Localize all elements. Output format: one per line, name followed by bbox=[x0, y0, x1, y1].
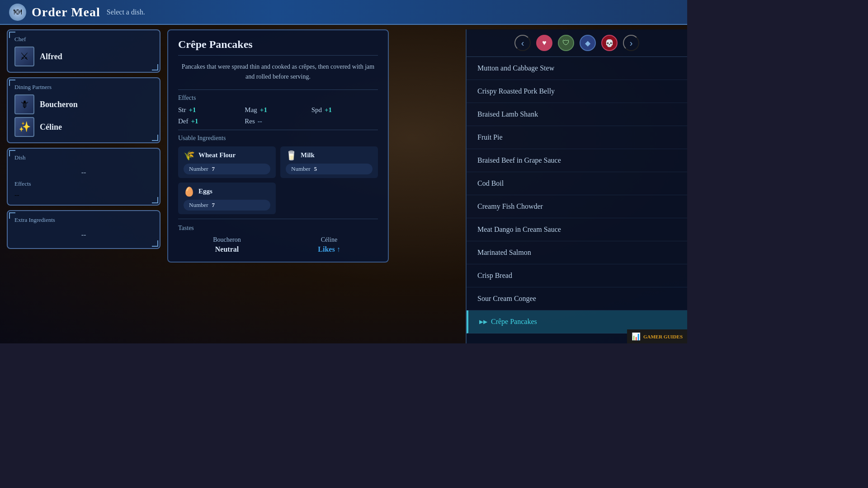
effect-spd: Spd +1 bbox=[311, 106, 378, 114]
taste-celine: Céline Likes ↑ bbox=[280, 236, 378, 253]
menu-item-chowder[interactable]: Creamy Fish Chowder bbox=[467, 195, 687, 218]
spd-value: +1 bbox=[325, 106, 332, 114]
menu-item-salmon[interactable]: Marinated Salmon bbox=[467, 241, 687, 264]
ingredient-eggs: 🥚 Eggs Number 7 bbox=[178, 183, 276, 214]
badge-text: GAMER GUIDES bbox=[643, 334, 683, 339]
divider-3 bbox=[178, 219, 378, 219]
milk-header: 🥛 Milk bbox=[286, 150, 373, 161]
center-panel: Crêpe Pancakes Pancakes that were spread… bbox=[167, 29, 389, 263]
boucheron-taste-value: Neutral bbox=[178, 245, 276, 253]
boucheron-name: Boucheron bbox=[40, 100, 78, 109]
left-panel: Chef ⚔ Alfred Dining Partners 🗡 Bouchero… bbox=[7, 29, 160, 249]
spd-label: Spd bbox=[311, 106, 322, 114]
ingredients-title: Usable Ingredients bbox=[178, 135, 378, 142]
effects-label: Effects bbox=[14, 180, 153, 188]
extra-value: -- bbox=[14, 227, 153, 243]
dining-partners-box: Dining Partners 🗡 Boucheron ✨ Céline bbox=[7, 77, 160, 143]
dish-label: Dish bbox=[14, 154, 153, 161]
wheat-count: Number 7 bbox=[184, 164, 270, 174]
header-subtitle: Select a dish. bbox=[107, 8, 145, 16]
effects-grid: Str +1 Mag +1 Spd +1 Def +1 Res -- bbox=[178, 106, 378, 125]
nav-next-button[interactable]: › bbox=[623, 35, 639, 51]
ingredient-milk: 🥛 Milk Number 5 bbox=[280, 146, 378, 178]
tastes-section: Tastes Boucheron Neutral Céline Likes ↑ bbox=[178, 225, 378, 253]
faction-heart-button[interactable]: ♥ bbox=[536, 35, 552, 51]
menu-item-crisp-bread[interactable]: Crisp Bread bbox=[467, 264, 687, 287]
gamer-guides-badge: 📊 GAMER GUIDES bbox=[627, 329, 687, 343]
menu-item-dango[interactable]: Meat Dango in Cream Sauce bbox=[467, 218, 687, 241]
boucheron-taste-person: Boucheron bbox=[178, 236, 276, 244]
res-label: Res bbox=[245, 117, 255, 125]
divider-1 bbox=[178, 89, 378, 90]
nav-prev-button[interactable]: ‹ bbox=[514, 35, 531, 51]
faction-diamond-button[interactable]: ◆ bbox=[580, 35, 596, 51]
ingredient-wheat: 🌾 Wheat Flour Number 7 bbox=[178, 146, 276, 178]
faction-bar: ‹ ♥ 🛡 ◆ 💀 › bbox=[467, 29, 687, 57]
header-icon: 🍽 bbox=[9, 4, 26, 21]
effect-res: Res -- bbox=[245, 117, 311, 125]
menu-list[interactable]: Mutton and Cabbage Stew Crispy Roasted P… bbox=[467, 57, 687, 342]
celine-taste-person: Céline bbox=[280, 236, 378, 244]
effect-mag: Mag +1 bbox=[245, 106, 311, 114]
effect-str: Str +1 bbox=[178, 106, 245, 114]
effect-def: Def +1 bbox=[178, 117, 245, 125]
wheat-icon: 🌾 bbox=[184, 150, 195, 161]
ingredients-grid: 🌾 Wheat Flour Number 7 🥛 Milk Number 5 bbox=[178, 146, 378, 214]
page-title: Order Meal bbox=[32, 5, 100, 19]
wheat-header: 🌾 Wheat Flour bbox=[184, 150, 270, 161]
menu-item-cod[interactable]: Cod Boil bbox=[467, 172, 687, 195]
menu-item-fruit-pie[interactable]: Fruit Pie bbox=[467, 126, 687, 149]
wheat-count-label: Number bbox=[189, 165, 208, 173]
badge-icon: 📊 bbox=[632, 332, 641, 341]
menu-item-mutton[interactable]: Mutton and Cabbage Stew bbox=[467, 57, 687, 80]
eggs-header: 🥚 Eggs bbox=[184, 186, 270, 197]
menu-item-congee[interactable]: Sour Cream Congee bbox=[467, 287, 687, 310]
res-value: -- bbox=[258, 117, 262, 125]
chef-label: Chef bbox=[14, 36, 153, 43]
faction-shield-button[interactable]: 🛡 bbox=[558, 35, 574, 51]
dish-detail-title: Crêpe Pancakes bbox=[178, 38, 378, 56]
dish-box: Dish -- Effects -- bbox=[7, 148, 160, 206]
faction-skull-button[interactable]: 💀 bbox=[601, 35, 618, 51]
right-panel: ‹ ♥ 🛡 ◆ 💀 › Mutton and Cabbage Stew Cris… bbox=[466, 29, 687, 343]
str-value: +1 bbox=[189, 106, 196, 114]
chef-avatar: ⚔ bbox=[14, 47, 34, 66]
taste-boucheron: Boucheron Neutral bbox=[178, 236, 276, 253]
dish-value: -- bbox=[14, 165, 153, 180]
menu-item-beef[interactable]: Braised Beef in Grape Sauce bbox=[467, 149, 687, 172]
milk-name: Milk bbox=[301, 151, 315, 159]
wheat-count-value: 7 bbox=[212, 165, 215, 173]
eggs-icon: 🥚 bbox=[184, 186, 195, 197]
extra-label: Extra Ingredients bbox=[14, 216, 153, 224]
def-label: Def bbox=[178, 117, 189, 125]
milk-icon: 🥛 bbox=[286, 150, 297, 161]
celine-taste-value: Likes ↑ bbox=[280, 245, 378, 253]
partner-celine-row: ✨ Céline bbox=[14, 117, 153, 137]
effects-section-title: Effects bbox=[178, 94, 378, 102]
menu-item-pork[interactable]: Crispy Roasted Pork Belly bbox=[467, 80, 687, 103]
wheat-name: Wheat Flour bbox=[198, 151, 236, 159]
eggs-name: Eggs bbox=[198, 188, 212, 195]
tastes-grid: Boucheron Neutral Céline Likes ↑ bbox=[178, 236, 378, 253]
extra-ingredients-box: Extra Ingredients -- bbox=[7, 210, 160, 249]
eggs-count-label: Number bbox=[189, 202, 208, 209]
eggs-count-value: 7 bbox=[212, 202, 215, 209]
menu-item-lamb[interactable]: Braised Lamb Shank bbox=[467, 103, 687, 126]
str-label: Str bbox=[178, 106, 186, 114]
divider-2 bbox=[178, 130, 378, 130]
chef-name: Alfred bbox=[40, 52, 62, 61]
mag-value: +1 bbox=[260, 106, 267, 114]
tastes-title: Tastes bbox=[178, 225, 378, 232]
celine-name: Céline bbox=[40, 122, 62, 132]
milk-count-value: 5 bbox=[314, 165, 317, 173]
chef-box: Chef ⚔ Alfred bbox=[7, 29, 160, 73]
def-value: +1 bbox=[191, 117, 198, 125]
mag-label: Mag bbox=[245, 106, 257, 114]
eggs-count: Number 7 bbox=[184, 200, 270, 211]
ingredients-section: Usable Ingredients 🌾 Wheat Flour Number … bbox=[178, 135, 378, 214]
chef-row: ⚔ Alfred bbox=[14, 47, 153, 66]
header-bar: 🍽 Order Meal Select a dish. bbox=[0, 0, 687, 25]
boucheron-avatar: 🗡 bbox=[14, 94, 34, 114]
partner-boucheron-row: 🗡 Boucheron bbox=[14, 94, 153, 114]
milk-count: Number 5 bbox=[286, 164, 373, 174]
